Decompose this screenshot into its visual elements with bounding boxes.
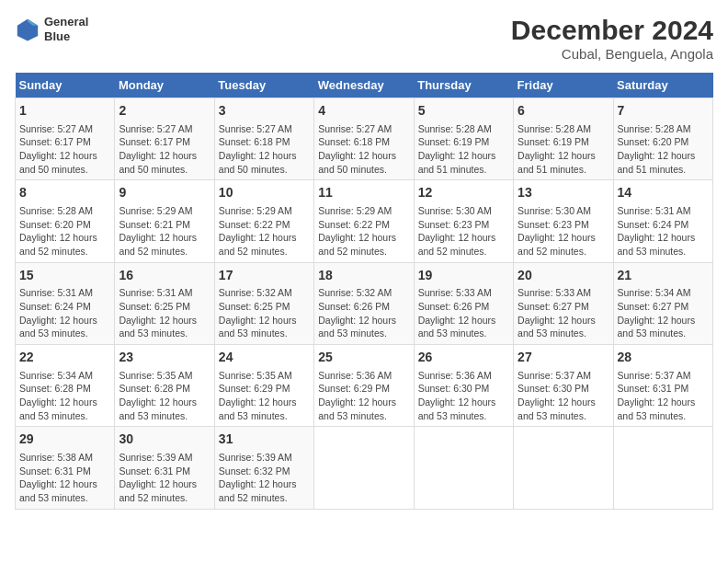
day-number: 23	[119, 349, 210, 367]
cell-detail: Sunrise: 5:32 AMSunset: 6:25 PMDaylight:…	[219, 286, 310, 340]
day-number: 21	[618, 267, 709, 285]
cell-detail: Sunrise: 5:27 AMSunset: 6:17 PMDaylight:…	[119, 122, 210, 177]
calendar-cell: 3Sunrise: 5:27 AMSunset: 6:18 PMDaylight…	[214, 98, 313, 180]
calendar-cell: 1Sunrise: 5:27 AMSunset: 6:17 PMDaylight…	[16, 98, 115, 180]
calendar-cell: 6Sunrise: 5:28 AMSunset: 6:19 PMDaylight…	[514, 98, 613, 180]
calendar-cell: 29Sunrise: 5:38 AMSunset: 6:31 PMDayligh…	[16, 427, 115, 509]
column-header-tuesday: Tuesday	[214, 73, 313, 98]
cell-detail: Sunrise: 5:27 AMSunset: 6:17 PMDaylight:…	[19, 122, 110, 177]
day-number: 2	[119, 102, 210, 121]
cell-detail: Sunrise: 5:30 AMSunset: 6:23 PMDaylight:…	[518, 204, 609, 259]
calendar-cell: 21Sunrise: 5:34 AMSunset: 6:27 PMDayligh…	[613, 262, 712, 344]
day-number: 31	[219, 431, 310, 449]
calendar-cell: 11Sunrise: 5:29 AMSunset: 6:22 PMDayligh…	[314, 180, 414, 262]
day-number: 30	[119, 431, 210, 449]
calendar-cell: 28Sunrise: 5:37 AMSunset: 6:31 PMDayligh…	[613, 345, 712, 427]
cell-detail: Sunrise: 5:29 AMSunset: 6:21 PMDaylight:…	[119, 204, 210, 259]
cell-detail: Sunrise: 5:36 AMSunset: 6:30 PMDaylight:…	[418, 369, 509, 423]
day-number: 25	[318, 349, 409, 367]
logo: General Blue	[15, 15, 88, 43]
logo-icon	[15, 17, 40, 42]
calendar-cell	[414, 427, 513, 509]
title-block: December 2024 Cubal, Benguela, Angola	[511, 15, 713, 62]
cell-detail: Sunrise: 5:33 AMSunset: 6:26 PMDaylight:…	[418, 286, 509, 340]
calendar-cell: 24Sunrise: 5:35 AMSunset: 6:29 PMDayligh…	[214, 345, 313, 427]
calendar-cell	[314, 427, 414, 509]
day-number: 16	[119, 267, 210, 285]
day-number: 28	[618, 349, 709, 367]
cell-detail: Sunrise: 5:35 AMSunset: 6:28 PMDaylight:…	[119, 369, 210, 423]
calendar-cell: 30Sunrise: 5:39 AMSunset: 6:31 PMDayligh…	[115, 427, 214, 509]
cell-detail: Sunrise: 5:28 AMSunset: 6:19 PMDaylight:…	[518, 122, 609, 177]
day-number: 11	[318, 184, 409, 202]
day-number: 12	[418, 184, 509, 202]
cell-detail: Sunrise: 5:34 AMSunset: 6:27 PMDaylight:…	[618, 286, 709, 340]
day-number: 26	[418, 349, 509, 367]
calendar-cell: 13Sunrise: 5:30 AMSunset: 6:23 PMDayligh…	[514, 180, 613, 262]
cell-detail: Sunrise: 5:28 AMSunset: 6:20 PMDaylight:…	[618, 122, 709, 177]
day-number: 15	[19, 267, 110, 285]
calendar-week-row: 15Sunrise: 5:31 AMSunset: 6:24 PMDayligh…	[16, 262, 713, 344]
calendar-cell: 15Sunrise: 5:31 AMSunset: 6:24 PMDayligh…	[16, 262, 115, 344]
calendar-cell: 14Sunrise: 5:31 AMSunset: 6:24 PMDayligh…	[613, 180, 712, 262]
calendar-week-row: 22Sunrise: 5:34 AMSunset: 6:28 PMDayligh…	[16, 345, 713, 427]
calendar-table: SundayMondayTuesdayWednesdayThursdayFrid…	[15, 73, 713, 510]
calendar-cell: 25Sunrise: 5:36 AMSunset: 6:29 PMDayligh…	[314, 345, 414, 427]
cell-detail: Sunrise: 5:31 AMSunset: 6:24 PMDaylight:…	[618, 204, 709, 259]
cell-detail: Sunrise: 5:39 AMSunset: 6:31 PMDaylight:…	[119, 451, 210, 505]
day-number: 24	[219, 349, 310, 367]
calendar-cell: 26Sunrise: 5:36 AMSunset: 6:30 PMDayligh…	[414, 345, 513, 427]
day-number: 17	[219, 267, 310, 285]
cell-detail: Sunrise: 5:33 AMSunset: 6:27 PMDaylight:…	[518, 286, 609, 340]
cell-detail: Sunrise: 5:39 AMSunset: 6:32 PMDaylight:…	[219, 451, 310, 505]
cell-detail: Sunrise: 5:29 AMSunset: 6:22 PMDaylight:…	[219, 204, 310, 259]
day-number: 22	[19, 349, 110, 367]
day-number: 27	[518, 349, 609, 367]
calendar-cell: 12Sunrise: 5:30 AMSunset: 6:23 PMDayligh…	[414, 180, 513, 262]
cell-detail: Sunrise: 5:27 AMSunset: 6:18 PMDaylight:…	[219, 122, 310, 177]
calendar-cell: 9Sunrise: 5:29 AMSunset: 6:21 PMDaylight…	[115, 180, 214, 262]
day-number: 13	[518, 184, 609, 202]
day-number: 9	[119, 184, 210, 202]
cell-detail: Sunrise: 5:37 AMSunset: 6:31 PMDaylight:…	[618, 369, 709, 423]
day-number: 10	[219, 184, 310, 202]
day-number: 7	[618, 102, 709, 121]
day-number: 18	[318, 267, 409, 285]
day-number: 4	[318, 102, 409, 121]
calendar-cell: 27Sunrise: 5:37 AMSunset: 6:30 PMDayligh…	[514, 345, 613, 427]
calendar-cell: 10Sunrise: 5:29 AMSunset: 6:22 PMDayligh…	[214, 180, 313, 262]
calendar-cell: 31Sunrise: 5:39 AMSunset: 6:32 PMDayligh…	[214, 427, 313, 509]
page-header: General Blue December 2024 Cubal, Bengue…	[15, 15, 713, 62]
calendar-cell	[514, 427, 613, 509]
cell-detail: Sunrise: 5:27 AMSunset: 6:18 PMDaylight:…	[318, 122, 409, 177]
day-number: 3	[219, 102, 310, 121]
calendar-week-row: 29Sunrise: 5:38 AMSunset: 6:31 PMDayligh…	[16, 427, 713, 509]
day-number: 20	[518, 267, 609, 285]
calendar-header-row: SundayMondayTuesdayWednesdayThursdayFrid…	[16, 73, 713, 98]
logo-line2: Blue	[44, 29, 88, 44]
cell-detail: Sunrise: 5:38 AMSunset: 6:31 PMDaylight:…	[19, 451, 110, 505]
svg-marker-0	[17, 18, 38, 40]
column-header-sunday: Sunday	[16, 73, 115, 98]
column-header-friday: Friday	[514, 73, 613, 98]
column-header-wednesday: Wednesday	[314, 73, 414, 98]
day-number: 8	[19, 184, 110, 202]
calendar-cell: 18Sunrise: 5:32 AMSunset: 6:26 PMDayligh…	[314, 262, 414, 344]
logo-text: General Blue	[44, 15, 88, 43]
day-number: 29	[19, 431, 110, 449]
cell-detail: Sunrise: 5:28 AMSunset: 6:20 PMDaylight:…	[19, 204, 110, 259]
day-number: 19	[418, 267, 509, 285]
calendar-cell: 5Sunrise: 5:28 AMSunset: 6:19 PMDaylight…	[414, 98, 513, 180]
cell-detail: Sunrise: 5:31 AMSunset: 6:25 PMDaylight:…	[119, 286, 210, 340]
column-header-thursday: Thursday	[414, 73, 513, 98]
calendar-cell: 4Sunrise: 5:27 AMSunset: 6:18 PMDaylight…	[314, 98, 414, 180]
page-title: December 2024	[511, 15, 713, 46]
calendar-cell: 19Sunrise: 5:33 AMSunset: 6:26 PMDayligh…	[414, 262, 513, 344]
calendar-week-row: 8Sunrise: 5:28 AMSunset: 6:20 PMDaylight…	[16, 180, 713, 262]
cell-detail: Sunrise: 5:29 AMSunset: 6:22 PMDaylight:…	[318, 204, 409, 259]
column-header-monday: Monday	[115, 73, 214, 98]
calendar-cell: 16Sunrise: 5:31 AMSunset: 6:25 PMDayligh…	[115, 262, 214, 344]
column-header-saturday: Saturday	[613, 73, 712, 98]
calendar-cell: 7Sunrise: 5:28 AMSunset: 6:20 PMDaylight…	[613, 98, 712, 180]
cell-detail: Sunrise: 5:30 AMSunset: 6:23 PMDaylight:…	[418, 204, 509, 259]
